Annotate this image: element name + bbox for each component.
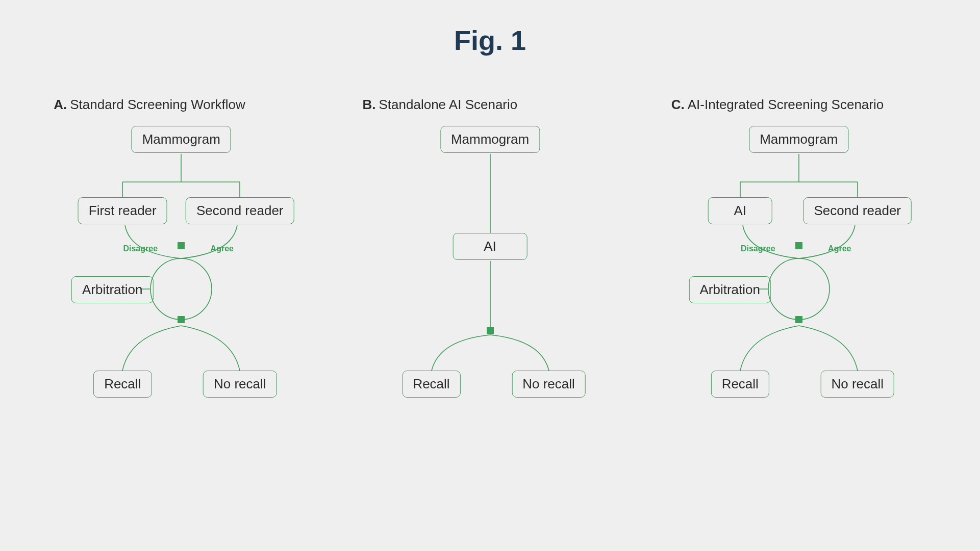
panel-a: A.Standard Screening Workflow Mammogram … <box>54 97 309 411</box>
node-second-reader: Second reader <box>186 197 294 224</box>
node-recall: Recall <box>93 371 152 398</box>
panel-c: C.AI-Integrated Screening Scenario Mammo… <box>671 97 926 411</box>
panel-b-letter: B. <box>363 97 376 112</box>
panel-b-connectors <box>363 126 618 411</box>
panel-c-title-text: AI-Integrated Screening Scenario <box>688 97 884 112</box>
node-recall: Recall <box>402 371 460 398</box>
panel-a-title-text: Standard Screening Workflow <box>70 97 245 112</box>
label-disagree: Disagree <box>123 244 158 253</box>
panel-a-title: A.Standard Screening Workflow <box>54 97 309 113</box>
label-disagree: Disagree <box>741 244 775 253</box>
node-second-reader: Second reader <box>803 197 912 224</box>
panel-c-flow: Mammogram AI Second reader Disagree Agre… <box>671 126 926 411</box>
panel-b-flow: Mammogram AI Recall No recall <box>363 126 618 411</box>
node-mammogram: Mammogram <box>132 126 231 153</box>
node-norecall: No recall <box>203 371 277 398</box>
node-mammogram: Mammogram <box>749 126 848 153</box>
svg-rect-3 <box>487 327 494 334</box>
panel-b: B.Standalone AI Scenario Mammogram AI Re… <box>363 97 618 411</box>
svg-rect-6 <box>795 316 802 323</box>
node-arbitration: Arbitration <box>71 276 154 303</box>
panel-c-connectors <box>671 126 926 411</box>
node-norecall: No recall <box>820 371 894 398</box>
node-arbitration: Arbitration <box>689 276 771 303</box>
node-ai: AI <box>453 233 527 260</box>
panel-b-title: B.Standalone AI Scenario <box>363 97 618 113</box>
panel-a-connectors <box>54 126 309 411</box>
panel-a-flow: Mammogram First reader Second reader Dis… <box>54 126 309 411</box>
panel-a-letter: A. <box>54 97 67 112</box>
svg-rect-0 <box>178 242 185 249</box>
node-mammogram: Mammogram <box>440 126 540 153</box>
panel-c-letter: C. <box>671 97 685 112</box>
figure-title: Fig. 1 <box>0 0 980 56</box>
svg-rect-2 <box>178 316 185 323</box>
label-agree: Agree <box>828 244 851 253</box>
node-recall: Recall <box>711 371 769 398</box>
node-first-reader: First reader <box>78 197 167 224</box>
node-norecall: No recall <box>512 371 586 398</box>
panels-row: A.Standard Screening Workflow Mammogram … <box>0 97 980 411</box>
svg-rect-4 <box>795 242 802 249</box>
svg-point-1 <box>150 258 212 320</box>
node-ai-reader: AI <box>708 197 772 224</box>
label-agree: Agree <box>211 244 234 253</box>
panel-c-title: C.AI-Integrated Screening Scenario <box>671 97 926 113</box>
panel-b-title-text: Standalone AI Scenario <box>379 97 518 112</box>
svg-point-5 <box>768 258 830 320</box>
